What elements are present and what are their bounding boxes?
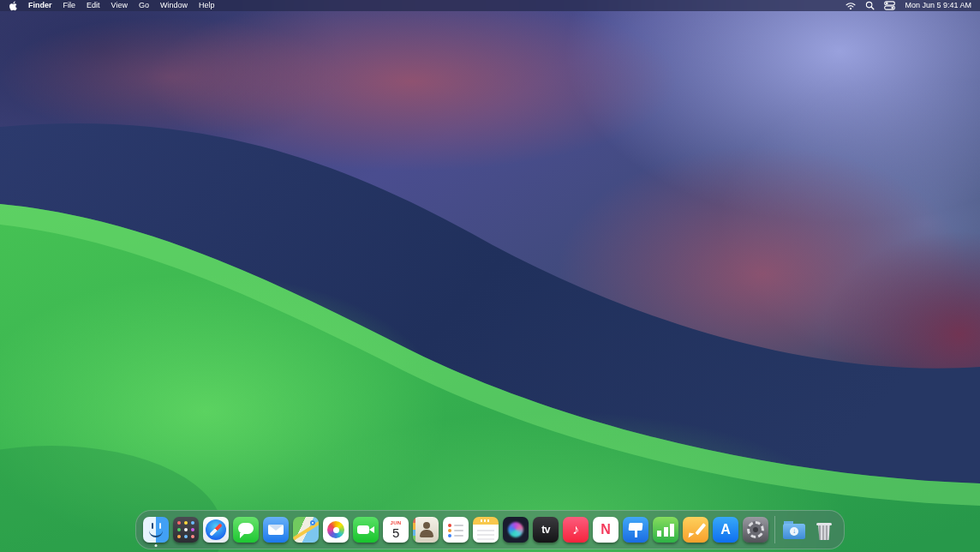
menu-edit[interactable]: Edit [87, 0, 100, 11]
launchpad-icon [173, 517, 199, 543]
downloads-icon [781, 517, 807, 543]
messages-dock-item[interactable] [233, 517, 259, 543]
menu-bar: Finder File Edit View Go Window Help [0, 0, 980, 11]
notes-dock-item[interactable] [473, 517, 499, 543]
photos-dock-item[interactable] [323, 517, 349, 543]
contacts-dock-item[interactable] [413, 517, 439, 543]
notes-icon [473, 517, 499, 543]
contacts-icon [413, 517, 439, 543]
menu-bar-left: Finder File Edit View Go Window Help [9, 0, 214, 11]
siri-dock-item[interactable] [503, 517, 529, 543]
menu-window[interactable]: Window [160, 0, 188, 11]
safari-icon [203, 517, 229, 543]
calendar-dock-item[interactable]: JUN5 [383, 517, 409, 543]
pages-icon [683, 517, 708, 543]
safari-dock-item[interactable] [203, 517, 229, 543]
keynote-dock-item[interactable] [623, 517, 648, 543]
reminders-icon [443, 517, 469, 543]
tv-glyph: tv [533, 517, 559, 543]
messages-icon [233, 517, 259, 543]
music-glyph: ♪ [563, 517, 589, 543]
menu-view[interactable]: View [111, 0, 128, 11]
photos-icon [323, 517, 349, 543]
numbers-dock-item[interactable] [653, 517, 678, 543]
maps-dock-item[interactable] [293, 517, 319, 543]
app-store-glyph: A [713, 517, 738, 543]
menu-go[interactable]: Go [139, 0, 149, 11]
calendar-icon: JUN5 [383, 517, 409, 543]
dock: JUN5tv♪NA [135, 510, 845, 549]
news-glyph: N [593, 517, 618, 543]
desktop: Finder File Edit View Go Window Help [0, 0, 980, 552]
numbers-icon [653, 517, 678, 543]
music-icon: ♪ [563, 517, 589, 543]
launchpad-dock-item[interactable] [173, 517, 199, 543]
dock-separator [774, 516, 775, 543]
menu-bar-clock[interactable]: Mon Jun 5 9:41 AM [905, 0, 971, 11]
facetime-dock-item[interactable] [353, 517, 379, 543]
finder-icon [143, 517, 169, 543]
finder-dock-item[interactable] [143, 517, 169, 543]
system-settings-dock-item[interactable] [743, 517, 768, 543]
news-icon: N [593, 517, 618, 543]
mail-dock-item[interactable] [263, 517, 289, 543]
wifi-icon[interactable] [846, 2, 856, 10]
app-menu-title[interactable]: Finder [28, 0, 52, 11]
app-store-dock-item[interactable]: A [713, 517, 738, 543]
spotlight-icon[interactable] [865, 1, 875, 10]
menu-help[interactable]: Help [199, 0, 215, 11]
calendar-day-label: 5 [392, 526, 399, 539]
app-store-icon: A [713, 517, 738, 543]
menu-file[interactable]: File [63, 0, 76, 11]
downloads-dock-item[interactable] [781, 517, 807, 543]
apple-logo-icon [9, 1, 17, 11]
wallpaper-sonoma [0, 0, 980, 552]
music-dock-item[interactable]: ♪ [563, 517, 589, 543]
mail-icon [263, 517, 289, 543]
tv-icon: tv [533, 517, 559, 543]
reminders-dock-item[interactable] [443, 517, 469, 543]
keynote-icon [623, 517, 648, 543]
trash-dock-item[interactable] [811, 517, 837, 543]
siri-icon [503, 517, 529, 543]
calendar-month-label: JUN [390, 520, 401, 525]
maps-icon [293, 517, 319, 543]
pages-dock-item[interactable] [683, 517, 708, 543]
news-dock-item[interactable]: N [593, 517, 618, 543]
trash-icon [811, 517, 837, 543]
control-center-icon[interactable] [884, 1, 895, 10]
tv-dock-item[interactable]: tv [533, 517, 559, 543]
facetime-icon [353, 517, 379, 543]
apple-menu[interactable] [9, 1, 17, 11]
system-settings-icon [743, 517, 768, 543]
menu-bar-right: Mon Jun 5 9:41 AM [846, 0, 971, 11]
